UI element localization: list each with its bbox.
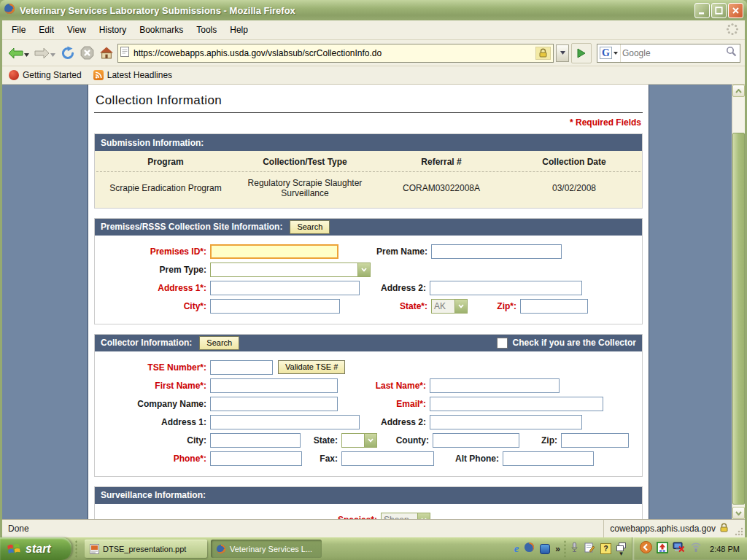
window-title: Veterinary Services Laboratory Submissio…	[20, 5, 694, 16]
scroll-up-button[interactable]	[732, 85, 745, 97]
vertical-scrollbar[interactable]	[732, 85, 745, 519]
surveillance-section-header: Surveillance Information:	[95, 487, 642, 504]
premises-state-select[interactable]: AK	[431, 299, 468, 314]
internet-explorer-icon[interactable]: e	[514, 542, 519, 555]
task-button-firefox[interactable]: Veterinary Services L...	[211, 540, 322, 558]
address-bar[interactable]	[117, 44, 554, 63]
menu-bookmarks[interactable]: Bookmarks	[133, 23, 190, 37]
help-icon[interactable]: ?	[600, 543, 611, 554]
collector-search-button[interactable]: Search	[199, 336, 239, 350]
menu-view[interactable]: View	[61, 23, 93, 37]
fax-input[interactable]	[341, 451, 434, 466]
task-button-powerpoint[interactable]: DTSE_presentation.ppt	[85, 540, 207, 558]
bookmark-getting-started[interactable]: Getting Started	[9, 70, 82, 80]
submission-section-header: Submission Information:	[95, 134, 642, 151]
wireless-network-icon[interactable]	[689, 542, 703, 556]
home-button[interactable]	[98, 43, 115, 63]
dropdown-arrow-icon[interactable]	[417, 513, 430, 519]
premises-zip-input[interactable]	[520, 299, 588, 314]
menu-help[interactable]: Help	[223, 23, 255, 37]
url-input[interactable]	[132, 45, 533, 61]
hide-icons-chevron[interactable]	[640, 541, 652, 556]
search-engine-button[interactable]: G	[597, 44, 621, 62]
forward-button[interactable]	[33, 43, 57, 63]
browser-chrome: File Edit View History Bookmarks Tools H…	[0, 20, 747, 537]
menu-file[interactable]: File	[5, 23, 32, 37]
submission-table-header-row: Program Collection/Test Type Referral # …	[96, 154, 640, 172]
scroll-down-button[interactable]	[732, 507, 745, 519]
dropdown-arrow-icon[interactable]	[454, 300, 467, 313]
url-dropdown-button[interactable]	[556, 44, 569, 62]
first-name-input[interactable]	[210, 378, 338, 393]
close-button[interactable]	[728, 3, 743, 18]
menu-history[interactable]: History	[93, 23, 133, 37]
cell-program: Scrapie Eradication Program	[96, 183, 235, 193]
windows-taskbar: start DTSE_presentation.ppt Veterinary S…	[0, 537, 747, 560]
status-text: Done	[2, 524, 29, 534]
tse-number-input[interactable]	[210, 360, 273, 375]
col-referral: Referral #	[375, 157, 508, 167]
required-fields-note: * Required Fields	[93, 117, 641, 128]
last-name-input[interactable]	[430, 378, 560, 393]
species-select[interactable]: Sheep	[381, 513, 430, 519]
notes-icon[interactable]	[584, 542, 595, 556]
premises-id-input[interactable]	[210, 244, 338, 259]
email-input[interactable]	[430, 397, 603, 411]
premises-state-label: State*:	[340, 301, 431, 311]
forward-dropdown-icon[interactable]	[50, 47, 55, 60]
maximize-button[interactable]	[711, 3, 727, 18]
phone-label: Phone*:	[95, 454, 210, 464]
company-name-label: Company Name:	[95, 399, 210, 409]
upload-status-tray-icon[interactable]	[657, 542, 668, 556]
premises-search-button[interactable]: Search	[290, 220, 330, 234]
dropdown-arrow-icon[interactable]	[364, 434, 376, 447]
prem-type-select[interactable]	[210, 262, 371, 277]
taskbar-clock[interactable]: 2:48 PM	[710, 545, 740, 553]
go-button[interactable]	[571, 43, 592, 63]
phone-input[interactable]	[210, 451, 302, 466]
microphone-icon[interactable]	[570, 542, 579, 556]
search-icon[interactable]	[723, 46, 740, 60]
collector-self-checkbox[interactable]	[497, 338, 508, 349]
bookmark-label: Getting Started	[23, 70, 82, 80]
email-label: Email*:	[338, 399, 430, 409]
cell-referral: CORAM03022008A	[375, 183, 508, 193]
window-restore-tray-icon[interactable]: ▾	[616, 542, 626, 556]
bookmark-latest-headlines[interactable]: Latest Headlines	[93, 70, 172, 80]
back-button[interactable]	[7, 43, 31, 63]
premises-city-input[interactable]	[210, 299, 340, 314]
app-quicklaunch-icon[interactable]	[540, 544, 550, 554]
validate-tse-button[interactable]: Validate TSE #	[278, 360, 345, 374]
search-input[interactable]	[621, 46, 723, 61]
resize-grip[interactable]	[735, 520, 745, 537]
alt-phone-input[interactable]	[503, 451, 594, 466]
collector-city-input[interactable]	[210, 433, 301, 448]
powerpoint-doc-icon	[90, 544, 99, 554]
prem-name-input[interactable]	[431, 244, 562, 259]
premises-section: Premises/RSSS Collection Site Informatio…	[94, 218, 643, 324]
dropdown-arrow-icon[interactable]	[357, 263, 370, 276]
back-dropdown-icon[interactable]	[24, 47, 29, 60]
stop-button[interactable]	[79, 43, 96, 63]
scrollbar-thumb[interactable]	[732, 133, 745, 505]
menu-edit[interactable]: Edit	[32, 23, 61, 37]
submission-header-label: Submission Information:	[101, 138, 204, 148]
reload-button[interactable]	[59, 43, 77, 63]
premises-address2-label: Address 2:	[360, 283, 430, 293]
network-disconnected-icon[interactable]	[673, 542, 685, 556]
alt-phone-label: Alt Phone:	[434, 454, 503, 464]
collector-address2-input[interactable]	[430, 415, 582, 429]
premises-address2-input[interactable]	[430, 281, 582, 295]
page-icon	[120, 47, 129, 60]
county-input[interactable]	[433, 433, 519, 448]
quicklaunch-overflow-chevron[interactable]: »	[555, 544, 560, 554]
premises-address1-input[interactable]	[210, 281, 360, 295]
collector-state-select[interactable]	[341, 433, 377, 448]
firefox-quicklaunch-icon[interactable]	[524, 542, 535, 556]
company-name-input[interactable]	[210, 397, 338, 411]
start-button[interactable]: start	[0, 537, 71, 560]
collector-address1-input[interactable]	[210, 415, 360, 429]
collector-zip-input[interactable]	[561, 433, 629, 448]
minimize-button[interactable]	[694, 3, 710, 18]
menu-tools[interactable]: Tools	[190, 23, 223, 37]
